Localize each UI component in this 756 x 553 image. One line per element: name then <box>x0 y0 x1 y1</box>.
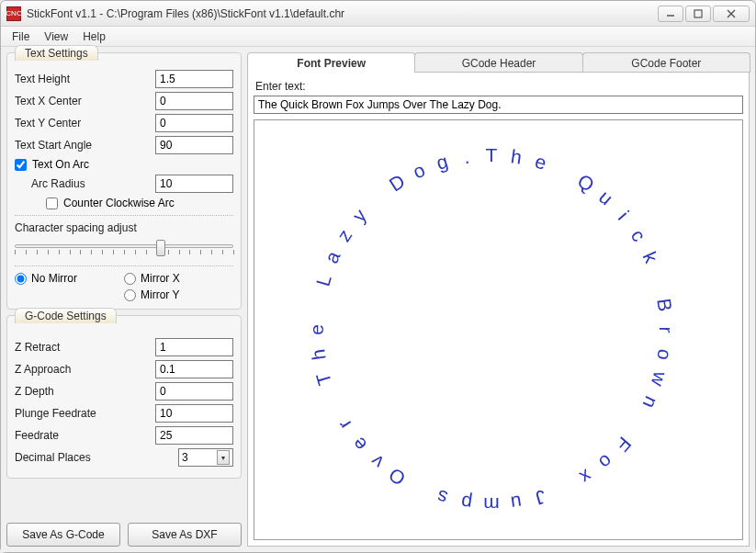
z-depth-input[interactable] <box>155 382 233 401</box>
preview-letter: T <box>311 370 336 388</box>
text-settings-group: Text Settings Text Height Text X Center … <box>6 52 242 310</box>
preview-letter: a <box>321 248 345 267</box>
preview-letter: u <box>594 186 617 210</box>
window-controls <box>658 6 750 22</box>
text-ycenter-label: Text Y Center <box>15 117 155 130</box>
tab-gcode-header[interactable]: GCode Header <box>414 52 582 73</box>
preview-letter: D <box>385 170 409 196</box>
no-mirror-label: No Mirror <box>31 272 77 285</box>
preview-letter: J <box>533 485 548 509</box>
preview-letter: s <box>434 485 450 509</box>
z-approach-input[interactable] <box>155 360 233 378</box>
z-retract-input[interactable] <box>155 338 233 356</box>
text-height-label: Text Height <box>15 73 155 85</box>
window-frame: CNC StickFont v1.1 - C:\Program Files (x… <box>0 0 756 553</box>
window-title: StickFont v1.1 - C:\Program Files (x86)\… <box>27 7 658 20</box>
preview-letter: i <box>614 207 633 224</box>
tabstrip: Font Preview GCode Header GCode Footer <box>247 52 750 73</box>
menubar: File View Help <box>1 27 755 47</box>
char-spacing-label: Character spacing adjust <box>15 221 233 234</box>
client-area: Text Settings Text Height Text X Center … <box>1 47 755 552</box>
menu-file[interactable]: File <box>5 28 37 45</box>
preview-letter: k <box>638 248 662 266</box>
preview-letter: e <box>533 151 549 175</box>
titlebar: CNC StickFont v1.1 - C:\Program Files (x… <box>1 1 755 27</box>
preview-letter: e <box>306 324 328 335</box>
separator <box>15 215 233 216</box>
preview-letter: L <box>312 272 336 288</box>
no-mirror-radio[interactable] <box>15 273 27 285</box>
char-spacing-slider[interactable] <box>15 238 233 258</box>
decimal-places-select[interactable]: 3 ▾ <box>178 448 233 467</box>
preview-letter: Q <box>573 170 598 197</box>
left-panel: Text Settings Text Height Text X Center … <box>6 52 242 547</box>
preview-letter: r <box>333 415 355 433</box>
plunge-feedrate-label: Plunge Feedrate <box>15 407 155 420</box>
tab-gcode-footer[interactable]: GCode Footer <box>582 52 750 73</box>
arc-radius-input[interactable] <box>155 175 233 193</box>
preview-letter: T <box>486 144 498 166</box>
enter-text-label: Enter text: <box>255 80 743 93</box>
slider-track <box>15 244 233 248</box>
feedrate-label: Feedrate <box>15 429 155 442</box>
feedrate-input[interactable] <box>155 426 233 445</box>
preview-letter: . <box>462 146 470 169</box>
decimal-places-label: Decimal Places <box>15 451 178 464</box>
text-angle-label: Text Start Angle <box>15 139 155 152</box>
separator <box>15 265 233 266</box>
maximize-button[interactable] <box>685 6 711 22</box>
preview-letter: n <box>638 393 662 412</box>
z-retract-label: Z Retract <box>15 341 155 354</box>
text-on-arc-label: Text On Arc <box>32 158 89 171</box>
font-preview-canvas[interactable]: The Quick Brown Fox Jumps Over The Lazy … <box>254 119 743 540</box>
preview-letter: O <box>385 463 410 490</box>
slider-ticks <box>15 250 233 255</box>
menu-help[interactable]: Help <box>75 28 113 45</box>
svg-rect-1 <box>694 10 702 17</box>
decimal-places-value: 3 <box>182 451 188 464</box>
preview-letter: h <box>510 145 524 168</box>
enter-text-input[interactable] <box>254 96 743 114</box>
close-button[interactable] <box>713 6 750 22</box>
text-on-arc-checkbox[interactable] <box>15 159 27 171</box>
preview-letter: c <box>626 225 650 245</box>
preview-letter: v <box>367 450 389 473</box>
preview-letter: F <box>611 433 636 456</box>
tab-font-preview[interactable]: Font Preview <box>247 52 415 73</box>
preview-letter: e <box>348 433 372 456</box>
mirror-x-radio[interactable] <box>124 273 136 285</box>
preview-letter: o <box>652 348 675 362</box>
plunge-feedrate-input[interactable] <box>155 404 233 423</box>
tab-body: Enter text: The Quick Brown Fox Jumps Ov… <box>247 72 750 547</box>
preview-letter: x <box>576 465 596 489</box>
chevron-down-icon: ▾ <box>217 450 230 465</box>
menu-view[interactable]: View <box>37 28 75 45</box>
arc-radius-label: Arc Radius <box>31 177 155 190</box>
bottom-button-bar: Save As G-Code Save As DXF <box>6 523 242 547</box>
preview-letter: w <box>647 369 671 389</box>
text-angle-input[interactable] <box>155 136 233 154</box>
preview-letter: r <box>655 327 677 333</box>
preview-letter: m <box>483 493 500 515</box>
minimize-button[interactable] <box>658 6 683 22</box>
mirror-y-radio[interactable] <box>124 289 136 301</box>
gcode-settings-group: G-Code Settings Z Retract Z Approach Z D… <box>6 315 242 479</box>
preview-letter: h <box>307 348 330 362</box>
save-gcode-button[interactable]: Save As G-Code <box>6 523 120 547</box>
preview-letter: B <box>652 297 676 312</box>
preview-letter: y <box>348 205 371 227</box>
mirror-x-label: Mirror X <box>141 272 180 285</box>
preview-letter: z <box>333 225 356 245</box>
ccw-arc-checkbox[interactable] <box>46 198 58 209</box>
text-height-input[interactable] <box>155 70 233 88</box>
text-ycenter-input[interactable] <box>155 114 233 132</box>
slider-thumb[interactable] <box>156 240 165 256</box>
text-settings-label: Text Settings <box>15 45 98 61</box>
text-xcenter-label: Text X Center <box>15 95 155 107</box>
save-dxf-button[interactable]: Save As DXF <box>128 523 242 547</box>
text-xcenter-input[interactable] <box>155 92 233 110</box>
app-icon: CNC <box>6 6 21 21</box>
ccw-arc-label: Counter Clockwise Arc <box>63 197 175 209</box>
preview-letter: o <box>594 450 617 474</box>
maximize-icon <box>694 9 703 18</box>
